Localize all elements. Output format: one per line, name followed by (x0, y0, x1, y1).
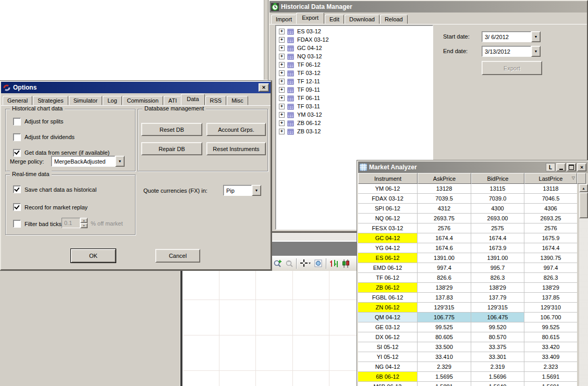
cell-lastprice[interactable]: 13118 (524, 184, 577, 194)
cell-askprice[interactable]: 1674.6 (418, 243, 471, 253)
table-row[interactable]: GC 04-12 1674.4 1674.4 1675.9 (358, 233, 577, 243)
cell-lastprice[interactable]: 7046.5 (524, 194, 577, 204)
options-tab[interactable]: Strategies (33, 96, 68, 105)
cell-askprice[interactable]: 826.6 (418, 273, 471, 283)
ma-titlebar[interactable]: Market Analyzer L ✕ (358, 161, 588, 173)
end-date-value[interactable]: 3/13/2012 (482, 46, 531, 57)
quote-currencies-combo[interactable]: Pip ▼ (223, 185, 261, 196)
cell-askprice[interactable]: 997.4 (418, 263, 471, 273)
table-row[interactable]: ES 06-12 1391.00 1391.00 1390.75 (358, 253, 577, 263)
expand-plus-icon[interactable]: + (279, 54, 285, 59)
cell-bidprice[interactable]: 995.7 (471, 263, 524, 273)
cell-instrument[interactable]: YM 06-12 (358, 184, 418, 194)
reset-instruments-button[interactable]: Reset Instruments (206, 142, 266, 155)
cell-lastprice[interactable]: 138'29 (524, 283, 577, 293)
scrollbar-thumb[interactable] (579, 192, 588, 218)
filter-ticks-value[interactable]: 0.1 (62, 218, 80, 228)
cell-instrument[interactable]: YI 05-12 (358, 352, 418, 362)
cell-lastprice[interactable]: 2.323 (524, 362, 577, 372)
cell-instrument[interactable]: EMD 06-12 (358, 263, 418, 273)
options-tab[interactable]: Data (181, 94, 204, 105)
cell-instrument[interactable]: DX 06-12 (358, 332, 418, 342)
table-row[interactable]: QM 04-12 106.775 106.475 106.700 (358, 313, 577, 322)
checkbox-row[interactable]: Adjust for dividends (13, 133, 135, 141)
cell-lastprice[interactable]: 1675.9 (524, 233, 577, 243)
expand-plus-icon[interactable]: + (279, 45, 285, 51)
tree-item-instrument[interactable]: + TF 12-11 (276, 77, 433, 85)
zoom-window-icon[interactable] (314, 259, 323, 268)
tree-item-instrument[interactable]: + ZB 03-12 (276, 127, 433, 135)
column-header-lastprice[interactable]: LastPrice▽ (524, 173, 577, 184)
cell-askprice[interactable]: 33.410 (418, 352, 471, 362)
checkbox-row[interactable]: Save chart data as historical (13, 185, 96, 193)
checkbox[interactable] (13, 185, 21, 193)
hdm-tab[interactable]: Reload (380, 15, 408, 24)
table-row[interactable]: SPI 06-12 4312 4300 4306 (358, 204, 577, 214)
cell-bidprice[interactable]: 129'315 (471, 303, 524, 313)
cell-instrument[interactable]: M6B 06-12 (358, 382, 418, 386)
checkbox[interactable] (13, 203, 21, 211)
cell-askprice[interactable]: 7039.5 (418, 194, 471, 204)
cell-askprice[interactable]: 137.83 (418, 293, 471, 303)
checkbox-row[interactable]: Record for market replay (13, 203, 88, 211)
scroll-up-button[interactable]: ▲ (579, 184, 588, 192)
cell-instrument[interactable]: SI 05-12 (358, 342, 418, 352)
column-header-askprice[interactable]: AskPrice (418, 173, 471, 184)
merge-policy-value[interactable]: MergeBackAdjusted (51, 156, 115, 167)
chevron-down-icon[interactable]: ▼ (531, 46, 541, 57)
table-row[interactable]: YM 06-12 13128 13115 13118 (358, 184, 577, 194)
ohlc-icon[interactable] (329, 259, 339, 268)
cell-bidprice[interactable]: 137.79 (471, 293, 524, 303)
cell-lastprice[interactable]: 106.700 (524, 313, 577, 322)
cell-bidprice[interactable]: 33.375 (471, 342, 524, 352)
cell-askprice[interactable]: 80.605 (418, 332, 471, 342)
table-row[interactable]: FESX 03-12 2576 2575 2576 (358, 223, 577, 233)
cell-lastprice[interactable]: 4306 (524, 204, 577, 214)
expand-plus-icon[interactable]: + (279, 29, 285, 34)
cell-bidprice[interactable]: 99.520 (471, 322, 524, 332)
cell-askprice[interactable]: 13128 (418, 184, 471, 194)
cell-bidprice[interactable]: 1391.00 (471, 253, 524, 263)
expand-plus-icon[interactable]: + (279, 129, 285, 134)
cell-lastprice[interactable]: 33.409 (524, 352, 577, 362)
cell-instrument[interactable]: ES 06-12 (358, 253, 418, 263)
cell-lastprice[interactable]: 1.5691 (524, 372, 577, 382)
cell-bidprice[interactable]: 1.5640 (471, 382, 524, 386)
cell-instrument[interactable]: NQ 06-12 (358, 214, 418, 223)
cell-instrument[interactable]: GC 04-12 (358, 233, 418, 243)
cell-bidprice[interactable]: 13115 (471, 184, 524, 194)
table-row[interactable]: SI 05-12 33.500 33.375 33.420 (358, 342, 577, 352)
tree-item-instrument[interactable]: + FDAX 03-12 (276, 35, 433, 44)
cell-lastprice[interactable]: 99.525 (524, 322, 577, 332)
options-tab[interactable]: Misc (227, 96, 248, 105)
spinner-down-icon[interactable]: ▼ (80, 223, 88, 228)
checkbox[interactable] (13, 118, 21, 126)
hdm-tab[interactable]: Edit (325, 15, 344, 24)
checkbox[interactable] (13, 149, 21, 157)
repair-db-button[interactable]: Repair DB (141, 142, 202, 155)
merge-policy-combo[interactable]: MergeBackAdjusted ▼ (51, 156, 125, 167)
table-row[interactable]: GE 03-12 99.525 99.520 99.525 (358, 322, 577, 332)
cell-lastprice[interactable]: 2576 (524, 223, 577, 233)
cell-instrument[interactable]: 6B 06-12 (358, 372, 418, 382)
tree-item-instrument[interactable]: + TF 03-11 (276, 102, 433, 110)
cell-bidprice[interactable]: 7039.0 (471, 194, 524, 204)
cell-lastprice[interactable]: 33.420 (524, 342, 577, 352)
instrument-link-button[interactable]: L (546, 163, 555, 171)
cancel-button[interactable]: Cancel (155, 249, 200, 263)
expand-plus-icon[interactable]: + (279, 62, 285, 68)
cell-instrument[interactable]: NG 04-12 (358, 362, 418, 372)
expand-plus-icon[interactable]: + (279, 79, 285, 84)
cell-askprice[interactable]: 4312 (418, 204, 471, 214)
options-tab[interactable]: ATI (164, 96, 181, 105)
cell-instrument[interactable]: FESX 03-12 (358, 223, 418, 233)
checkbox-row[interactable]: Filter bad ticks (13, 220, 62, 228)
sort-descending-icon[interactable]: ▽ (572, 176, 575, 180)
cell-lastprice[interactable]: 2693.25 (524, 214, 577, 223)
ma-scrollbar[interactable]: ▲ (579, 184, 588, 386)
table-row[interactable]: M6B 06-12 1.5881 1.5640 1.5691 (358, 382, 577, 386)
checkbox[interactable] (13, 220, 21, 228)
export-button[interactable]: Export (482, 61, 542, 75)
cell-askprice[interactable]: 1.5695 (418, 372, 471, 382)
start-date-combo[interactable]: 3/ 6/2012 ▼ (482, 31, 541, 42)
